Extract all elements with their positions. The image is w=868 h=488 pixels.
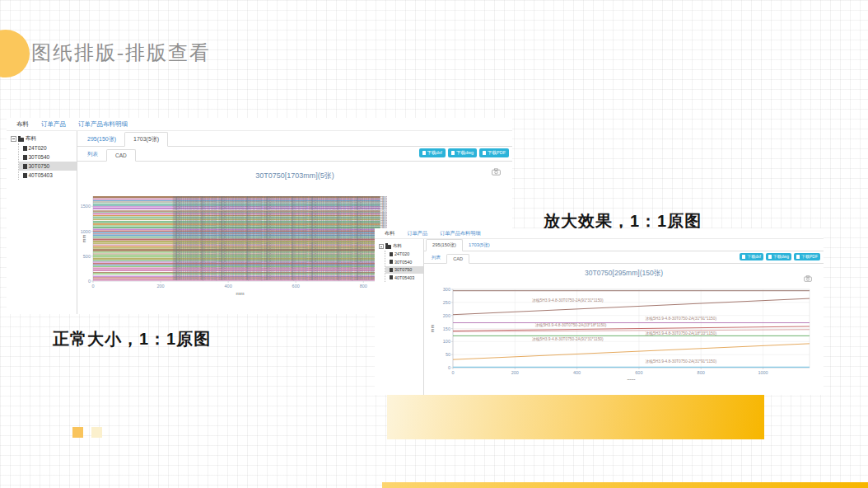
x-tick-label: 200 xyxy=(511,370,519,375)
nav-tab-order-product[interactable]: 订单产品 xyxy=(407,230,427,237)
tree-children: 24T020 30T0540 30T0750 40T05403 xyxy=(385,251,423,282)
export-buttons: 下载dxf 下载dwg 下载PDF xyxy=(740,253,820,260)
file-icon xyxy=(23,164,27,169)
x-tick-label: 800 xyxy=(360,284,367,289)
tree-root-label: 布料 xyxy=(393,243,402,249)
y-axis-label: mm xyxy=(82,235,86,243)
file-icon xyxy=(23,155,27,160)
tab-cad[interactable]: CAD xyxy=(106,149,136,162)
tree-item-40T05403[interactable]: 40T05403 xyxy=(385,274,423,282)
file-icon xyxy=(422,151,426,155)
x-axis-label: mm xyxy=(236,291,245,296)
chart-title-1: 30T0750[1703mm](5张) xyxy=(77,171,512,181)
app-window-zoom: 布料 订单产品 订单产品布料明细 布料 24T020 30 xyxy=(375,228,824,395)
tab-1703[interactable]: 1703(5张) xyxy=(124,132,168,147)
download-pdf-button[interactable]: 下载PDF xyxy=(794,253,820,260)
window-body: 布料 24T020 30T0540 30T0750 xyxy=(375,239,824,395)
piece-outlines xyxy=(453,291,810,368)
deco-square-light xyxy=(91,427,102,438)
y-axis-label: mm xyxy=(430,325,435,333)
x-tick-label: 0 xyxy=(91,284,94,289)
top-nav: 布料 订单产品 订单产品布料明细 xyxy=(375,228,824,239)
tab-list[interactable]: 列表 xyxy=(79,148,106,161)
y-tick-label: 0 xyxy=(88,279,91,284)
x-tick-label: 600 xyxy=(635,370,642,375)
x-tick-label: 600 xyxy=(292,284,300,289)
piece-label: 冰魄5H3.9-4.8-30T0750-2A(18*33*1150) xyxy=(645,331,716,336)
download-dwg-button[interactable]: 下载dwg xyxy=(448,148,477,157)
fabric-tree: 布料 24T020 30T0540 30T0750 xyxy=(7,131,77,314)
fabric-tree: 布料 24T020 30T0540 30T0750 xyxy=(375,239,424,395)
y-tick-label: 150 xyxy=(443,326,450,331)
export-buttons: 下载dxf 下载dwg 下载PDF xyxy=(419,148,509,157)
tree-item-24T020[interactable]: 24T020 xyxy=(19,143,77,152)
nav-tab-fabric[interactable]: 布料 xyxy=(16,120,29,129)
nav-tab-order-fabric-detail[interactable]: 订单产品布料明细 xyxy=(78,120,128,129)
chart-zone: 30T0750[295mm](150张) 0200400600800100005… xyxy=(424,264,824,395)
page-title: 图纸排版-排版查看 xyxy=(31,40,211,66)
tab-295[interactable]: 295(150张) xyxy=(426,239,463,251)
tree-item-label: 30T0540 xyxy=(29,154,50,160)
tree-root[interactable]: 布料 xyxy=(379,242,423,251)
tree-item-label: 30T0750 xyxy=(29,163,50,169)
content-pane: 295(150张) 1703(5张) 列表 CAD 下载dxf 下载dwg 下载… xyxy=(424,239,824,395)
tree-item-30T0540[interactable]: 30T0540 xyxy=(19,152,77,162)
deco-gradient-bar xyxy=(387,395,764,439)
file-icon xyxy=(390,252,393,256)
download-pdf-button[interactable]: 下载PDF xyxy=(479,148,509,157)
x-tick-label: 200 xyxy=(156,284,164,289)
piece-label: 冰魄5H3.9-4.8-30T0750-2A(31*91*1150) xyxy=(645,359,716,364)
tree-root[interactable]: 布料 xyxy=(11,134,77,143)
x-tick-label: 400 xyxy=(573,370,581,375)
top-nav: 布料 订单产品 订单产品布料明细 xyxy=(7,118,512,131)
tab-295[interactable]: 295(150张) xyxy=(79,133,124,146)
tab-list[interactable]: 列表 xyxy=(426,253,446,263)
collapse-icon[interactable] xyxy=(11,136,16,142)
slide: 图纸排版-排版查看 布料 订单产品 订单产品布料明细 布料 24T020 xyxy=(0,0,868,488)
nav-tab-order-product[interactable]: 订单产品 xyxy=(41,120,66,129)
folder-icon xyxy=(18,138,24,142)
file-icon xyxy=(390,260,393,264)
tree-item-30T0540[interactable]: 30T0540 xyxy=(385,258,423,266)
y-tick-label: 0 xyxy=(448,365,450,370)
folder-icon xyxy=(385,245,391,249)
view-tabs: 列表 CAD 下载dxf 下载dwg 下载PDF xyxy=(424,251,824,264)
cad-chart-2-svg: 02004006008001000050100150200250300mmmm冰… xyxy=(429,283,824,380)
y-tick-label: 200 xyxy=(443,313,450,318)
download-dwg-button[interactable]: 下载dwg xyxy=(766,253,791,260)
tree-children: 24T020 30T0540 30T0750 40T05403 xyxy=(18,143,77,180)
tree-item-label: 40T05403 xyxy=(394,275,414,280)
y-tick-label: 300 xyxy=(443,287,450,292)
x-axis-label: mm xyxy=(628,378,636,381)
view-tabs: 列表 CAD 下载dxf 下载dwg 下载PDF xyxy=(77,147,512,162)
deco-bottom-strip xyxy=(382,482,868,488)
tree-item-30T0750[interactable]: 30T0750 xyxy=(19,162,77,171)
tab-1703[interactable]: 1703(5张) xyxy=(463,240,496,251)
tree-item-24T020[interactable]: 24T020 xyxy=(385,251,423,259)
camera-icon[interactable] xyxy=(492,164,501,179)
y-tick-label: 50 xyxy=(446,352,450,357)
file-icon xyxy=(23,173,27,178)
camera-icon[interactable] xyxy=(804,270,812,285)
nav-tab-order-fabric-detail[interactable]: 订单产品布料明细 xyxy=(440,230,481,237)
nav-tab-fabric[interactable]: 布料 xyxy=(385,230,394,237)
tree-item-label: 30T0750 xyxy=(394,267,412,272)
file-icon xyxy=(768,255,772,259)
x-tick-label: 400 xyxy=(225,284,232,289)
tree-item-40T05403[interactable]: 40T05403 xyxy=(19,171,77,180)
file-icon xyxy=(483,151,486,155)
file-icon xyxy=(23,146,27,151)
tree-item-30T0750[interactable]: 30T0750 xyxy=(385,266,423,274)
tab-cad[interactable]: CAD xyxy=(446,254,469,264)
download-dxf-button[interactable]: 下载dxf xyxy=(419,148,446,157)
tree-item-label: 24T020 xyxy=(394,251,409,256)
download-dxf-button[interactable]: 下载dxf xyxy=(740,253,763,260)
tree-root-label: 布料 xyxy=(26,135,36,143)
tree-item-label: 24T020 xyxy=(29,145,47,151)
deco-square-dark xyxy=(72,427,83,438)
x-tick-label: 1000 xyxy=(758,370,768,375)
collapse-icon[interactable] xyxy=(379,244,384,249)
tree-item-label: 40T05403 xyxy=(29,172,53,178)
file-icon xyxy=(451,151,455,155)
piece-label: 冰魄5H3.9-4.8-30T0750-2A(33*18*1150) xyxy=(535,323,607,328)
